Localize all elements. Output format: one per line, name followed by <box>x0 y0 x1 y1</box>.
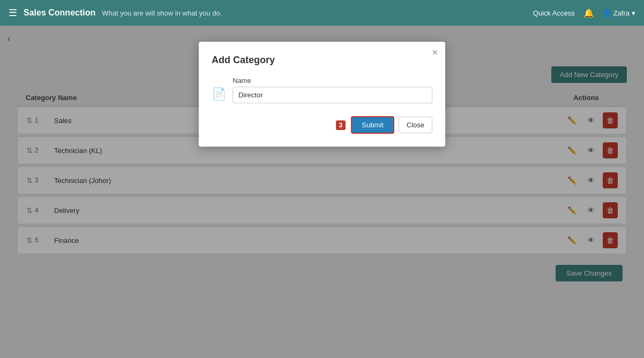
username-label: Zafra <box>613 9 630 17</box>
menu-icon[interactable]: ☰ <box>9 7 17 19</box>
app-header: ☰ Sales Connection What you are will sho… <box>0 0 644 26</box>
modal-close-button[interactable]: × <box>432 47 438 58</box>
document-icon: 📄 <box>212 87 226 101</box>
app-title: Sales Connection <box>24 8 95 18</box>
header-right: Quick Access 🔔 👤 Zafra ▾ <box>533 8 635 18</box>
modal-fields: Name <box>233 77 432 103</box>
modal-overlay: × Add Category 📄 Name 3 Submit Close <box>0 26 644 358</box>
close-modal-button[interactable]: Close <box>399 117 432 133</box>
modal-body: 📄 Name <box>212 77 432 103</box>
modal-footer: 3 Submit Close <box>212 116 432 134</box>
user-avatar-icon: 👤 <box>603 9 611 17</box>
name-input[interactable] <box>233 87 432 103</box>
page-background: ‹ Add New Category Category Name Actions… <box>0 26 644 358</box>
modal-title: Add Category <box>212 55 432 66</box>
step-badge: 3 <box>336 120 346 130</box>
chevron-down-icon: ▾ <box>632 9 635 17</box>
submit-button[interactable]: Submit <box>351 116 394 134</box>
quick-access-link[interactable]: Quick Access <box>533 9 575 17</box>
user-menu[interactable]: 👤 Zafra ▾ <box>603 9 635 17</box>
bell-icon[interactable]: 🔔 <box>583 8 594 18</box>
header-tagline: What you are will show in what you do. <box>102 9 222 17</box>
add-category-modal: × Add Category 📄 Name 3 Submit Close <box>199 42 445 147</box>
header-left: ☰ Sales Connection What you are will sho… <box>9 7 222 19</box>
name-label: Name <box>233 77 432 85</box>
